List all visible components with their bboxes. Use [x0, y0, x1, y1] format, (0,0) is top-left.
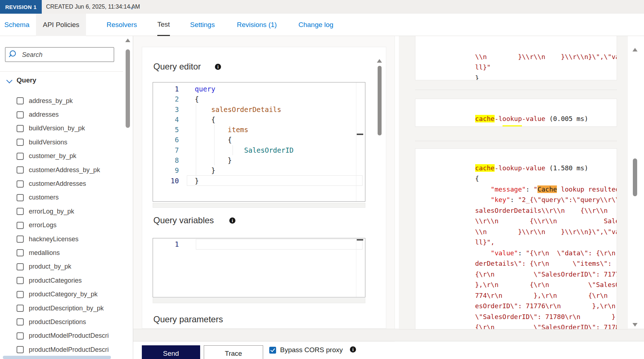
list-item[interactable]: productModelProductDescri — [0, 343, 123, 356]
horizontal-scrollbar-thumb[interactable] — [3, 356, 111, 359]
list-item[interactable]: errorLogs — [0, 219, 123, 232]
code-line[interactable]: 9 } — [153, 165, 365, 175]
trace-card: cache-lookup-value (1.580 ms) { "message… — [415, 148, 617, 329]
editor-hscrollbar[interactable] — [153, 298, 365, 303]
list-item[interactable]: productCategory_by_pk — [0, 287, 123, 301]
code-line[interactable]: 1 — [153, 239, 179, 250]
vertical-scrollbar-thumb[interactable] — [378, 66, 382, 135]
tab-settings[interactable]: Settings — [190, 14, 215, 36]
tab-revisions[interactable]: Revisions (1) — [237, 14, 277, 36]
item-label: buildVersions — [29, 139, 67, 146]
list-item[interactable]: addresses — [0, 108, 123, 121]
vertical-scrollbar-thumb[interactable] — [633, 158, 637, 196]
item-label: errorLogs — [29, 221, 57, 229]
bypass-cors-checkbox[interactable] — [269, 347, 276, 354]
info-icon[interactable]: i — [229, 217, 235, 224]
item-checkbox[interactable] — [17, 97, 24, 104]
tab-label: Settings — [190, 21, 215, 29]
tab-test[interactable]: Test — [157, 14, 170, 36]
item-label: productModelProductDescri — [29, 346, 109, 354]
send-button[interactable]: Send — [142, 345, 200, 359]
list-item[interactable]: buildVersions — [0, 135, 123, 149]
code-line[interactable]: 8 } — [153, 155, 365, 165]
info-icon[interactable]: i — [350, 346, 356, 353]
tab-api-policies[interactable]: API Policies — [36, 14, 86, 36]
item-label: customers — [29, 194, 59, 201]
tab-resolvers[interactable]: Resolvers — [107, 14, 137, 36]
trace-output: \\n }\\r\\n }\\r\\n}\",\"variables\":nu … — [399, 36, 628, 329]
vertical-scrollbar-thumb[interactable] — [126, 49, 130, 128]
search-input[interactable] — [21, 48, 113, 62]
line-number: 4 — [153, 115, 179, 125]
code-line[interactable]: 2 { — [153, 94, 365, 104]
list-item[interactable]: productDescriptions — [0, 315, 123, 329]
code-line[interactable]: 4 { — [153, 115, 365, 125]
code-line[interactable]: 7 SalesOrderID — [153, 145, 365, 155]
item-checkbox[interactable] — [17, 139, 24, 146]
list-item[interactable]: productModelProductDescri — [0, 329, 123, 343]
query-group-header[interactable]: Query — [0, 76, 123, 88]
tab-change-log[interactable]: Change log — [298, 14, 333, 36]
list-item[interactable]: address_by_pk — [0, 94, 123, 108]
search-box[interactable] — [5, 47, 114, 62]
list-item[interactable]: customer_by_pk — [0, 149, 123, 163]
list-item[interactable]: productDescription_by_pk — [0, 301, 123, 315]
list-item[interactable]: customerAddresses — [0, 177, 123, 190]
code-line[interactable]: 3 salesOrderDetails — [153, 104, 365, 115]
item-checkbox[interactable] — [17, 180, 24, 188]
list-item[interactable]: product_by_pk — [0, 260, 123, 274]
item-label: addresses — [29, 111, 59, 118]
code-line[interactable]: 10 } — [153, 176, 365, 186]
divider-band — [133, 329, 644, 341]
item-checkbox[interactable] — [17, 125, 24, 132]
tab-schema[interactable]: Schema — [4, 14, 30, 36]
list-item[interactable]: hackneyLicenses — [0, 232, 123, 246]
tab-label: Revisions (1) — [237, 21, 277, 29]
query-variables-editor[interactable]: 1 — [153, 238, 365, 297]
query-editor-title: Query editor — [153, 62, 201, 72]
list-item[interactable]: medallions — [0, 246, 123, 260]
line-number: 1 — [153, 84, 179, 94]
trace-divider — [415, 90, 617, 90]
scroll-up-arrow[interactable] — [125, 39, 130, 42]
item-checkbox[interactable] — [17, 222, 24, 229]
line-number: 2 — [153, 94, 179, 104]
item-checkbox[interactable] — [17, 291, 24, 298]
list-item[interactable]: buildVersion_by_pk — [0, 122, 123, 135]
item-checkbox[interactable] — [17, 249, 24, 256]
item-checkbox[interactable] — [17, 346, 24, 353]
query-code-editor[interactable]: 1 query 2 { 3 salesOrderDetails 4 { 5 — [153, 82, 365, 202]
code-line[interactable]: 1 query — [153, 84, 365, 94]
list-item[interactable]: customerAddress_by_pk — [0, 163, 123, 177]
item-checkbox[interactable] — [17, 332, 24, 340]
item-label: customerAddresses — [29, 180, 86, 188]
scroll-up-arrow[interactable] — [377, 59, 382, 63]
trace-button[interactable]: Trace — [204, 345, 263, 359]
tab-label: API Policies — [43, 21, 79, 29]
item-checkbox[interactable] — [17, 318, 24, 326]
item-checkbox[interactable] — [17, 194, 24, 201]
code-line[interactable]: 6 { — [153, 135, 365, 145]
item-label: address_by_pk — [29, 97, 73, 105]
list-item[interactable]: errorLog_by_pk — [0, 205, 123, 218]
editor-hscrollbar[interactable] — [153, 203, 365, 208]
code-line[interactable]: 5 items — [153, 125, 365, 135]
created-dropdown[interactable]: CREATED Jun 6, 2025, 11:34:14 AM — [46, 0, 140, 14]
trace-line: cache-lookup-value (0.005 ms) — [415, 103, 617, 113]
item-checkbox[interactable] — [17, 153, 24, 160]
item-checkbox[interactable] — [17, 111, 24, 118]
info-icon[interactable]: i — [215, 64, 221, 70]
list-item[interactable]: productCategories — [0, 274, 123, 287]
item-label: medallions — [29, 249, 60, 257]
item-checkbox[interactable] — [17, 305, 24, 312]
list-item[interactable]: customers — [0, 191, 123, 205]
item-checkbox[interactable] — [17, 208, 24, 215]
item-checkbox[interactable] — [17, 277, 24, 284]
item-checkbox[interactable] — [17, 166, 24, 174]
divider — [0, 71, 123, 72]
item-checkbox[interactable] — [17, 235, 24, 243]
item-checkbox[interactable] — [17, 263, 24, 270]
scroll-up-arrow[interactable] — [632, 48, 638, 51]
item-label: customerAddress_by_pk — [29, 166, 100, 174]
scroll-down-arrow[interactable] — [632, 323, 638, 327]
